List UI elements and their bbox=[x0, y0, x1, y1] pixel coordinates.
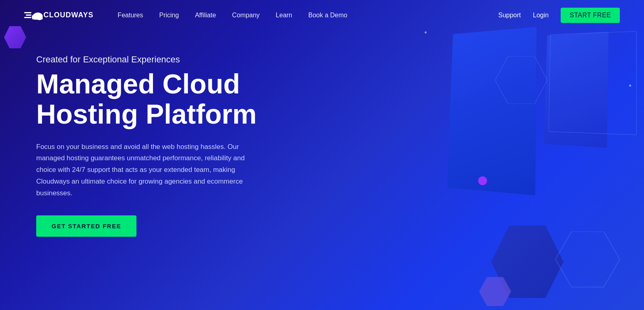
navbar: CLOUDWAYS Features Pricing Affiliate Com… bbox=[0, 0, 644, 30]
nav-affiliate[interactable]: Affiliate bbox=[195, 12, 216, 19]
hero-description: Focus on your business and avoid all the… bbox=[36, 141, 266, 199]
logo-link[interactable]: CLOUDWAYS bbox=[24, 9, 93, 22]
nav-links: Features Pricing Affiliate Company Learn… bbox=[118, 12, 498, 19]
start-free-button[interactable]: START FREE bbox=[561, 8, 620, 23]
deco-dot-purple bbox=[478, 176, 487, 185]
svg-marker-1 bbox=[495, 56, 547, 104]
nav-learn[interactable]: Learn bbox=[276, 12, 292, 19]
deco-rect-medium bbox=[544, 31, 609, 148]
deco-dot-white-2 bbox=[629, 85, 631, 87]
get-started-button[interactable]: GET STARTED FREE bbox=[36, 215, 136, 237]
svg-rect-4 bbox=[26, 14, 31, 16]
svg-marker-2 bbox=[479, 277, 511, 306]
deco-hex-bottom bbox=[491, 225, 564, 298]
nav-support[interactable]: Support bbox=[498, 12, 521, 19]
hero-title: Managed Cloud Hosting Platform bbox=[36, 69, 282, 129]
deco-dot-white-1 bbox=[425, 31, 427, 33]
svg-marker-0 bbox=[555, 231, 620, 287]
svg-rect-9 bbox=[32, 17, 43, 19]
deco-hex-outline-svg bbox=[555, 231, 620, 290]
svg-rect-5 bbox=[24, 17, 31, 18]
logo-text: CLOUDWAYS bbox=[43, 11, 93, 19]
nav-right: Support Login START FREE bbox=[498, 8, 620, 23]
deco-rect-large bbox=[447, 27, 537, 196]
hero-content: Created for Exceptional Experiences Mana… bbox=[0, 30, 282, 237]
hero-section: CLOUDWAYS Features Pricing Affiliate Com… bbox=[0, 0, 644, 310]
nav-book-demo[interactable]: Book a Demo bbox=[308, 12, 347, 19]
decorative-shapes bbox=[342, 0, 644, 310]
nav-company[interactable]: Company bbox=[232, 12, 260, 19]
deco-hex-small-bottom bbox=[479, 277, 511, 306]
logo-icon bbox=[24, 9, 43, 22]
nav-login[interactable]: Login bbox=[533, 12, 549, 19]
deco-hex-outline-svg-2 bbox=[495, 56, 547, 104]
nav-features[interactable]: Features bbox=[118, 12, 143, 19]
svg-rect-3 bbox=[24, 12, 31, 13]
nav-pricing[interactable]: Pricing bbox=[159, 12, 179, 19]
hero-subtitle: Created for Exceptional Experiences bbox=[36, 54, 282, 65]
deco-outline-rect bbox=[549, 31, 637, 135]
